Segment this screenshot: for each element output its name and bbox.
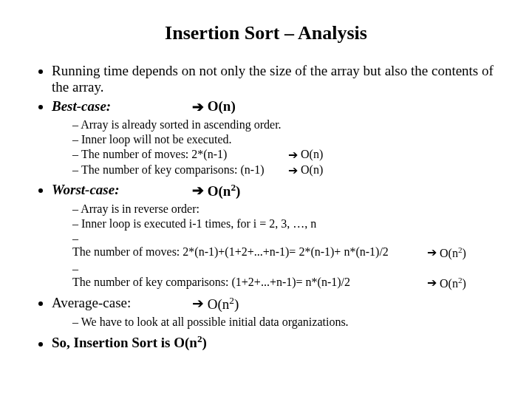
sub-item: Inner loop will not be executed. (72, 133, 510, 146)
best-case-sublist: Array is already sorted in ascending ord… (22, 118, 510, 177)
arrow-icon: ➔ (192, 182, 204, 200)
sub-item: The number of moves: 2*(n-1) ➔ O(n) (72, 148, 510, 162)
average-case-complexity: O(n2) (204, 295, 239, 313)
slide-title: Insertion Sort – Analysis (22, 22, 510, 44)
bullet-conclusion: So, Insertion Sort is O(n2) (52, 333, 510, 351)
best-case-complexity: O(n) (204, 98, 236, 115)
bullet-list: So, Insertion Sort is O(n2) (22, 333, 510, 351)
worst-case-label: Worst-case: (52, 182, 192, 200)
average-case-sublist: We have to look at all possible initial … (22, 316, 510, 329)
sub-item: Array is in reverse order: (72, 202, 510, 216)
moves-text: The number of moves: 2*(n-1)+(1+2+...+n-… (72, 245, 427, 260)
moves-complexity: O(n) (298, 148, 323, 162)
bullet-list: Average-case: ➔ O(n2) (22, 295, 510, 313)
arrow-icon: ➔ (192, 295, 204, 313)
moves-complexity: O(n2) (437, 245, 466, 260)
bullet-worst-case: Worst-case: ➔ O(n2) (52, 182, 510, 200)
arrow-icon: ➔ (427, 245, 437, 260)
bullet-list: Worst-case: ➔ O(n2) (22, 182, 510, 200)
comparisons-complexity: O(n2) (437, 276, 466, 290)
arrow-icon: ➔ (192, 98, 204, 115)
arrow-icon: ➔ (288, 163, 298, 177)
sub-item: The number of moves: 2*(n-1)+(1+2+...+n-… (72, 232, 510, 260)
best-case-label: Best-case: (52, 98, 192, 115)
worst-case-complexity: O(n2) (204, 182, 240, 200)
sub-item: The number of key comparisons: (1+2+...+… (72, 262, 510, 290)
bullet-running-time: Running time depends on not only the siz… (52, 63, 510, 95)
sub-item: We have to look at all possible initial … (72, 316, 510, 329)
bullet-average-case: Average-case: ➔ O(n2) (52, 295, 510, 313)
comparisons-text: The number of key comparisons: (n-1) (81, 163, 288, 177)
sub-item: Array is already sorted in ascending ord… (72, 118, 510, 132)
comparisons-text: The number of key comparisons: (1+2+...+… (72, 276, 427, 290)
bullet-best-case: Best-case: ➔ O(n) (52, 98, 510, 115)
moves-text: The number of moves: 2*(n-1) (81, 148, 288, 162)
bullet-list: Running time depends on not only the siz… (22, 63, 510, 115)
sub-item: Inner loop is executed i-1 times, for i … (72, 217, 510, 231)
sub-item: The number of key comparisons: (n-1) ➔ O… (72, 163, 510, 177)
comparisons-complexity: O(n) (298, 163, 323, 177)
arrow-icon: ➔ (288, 148, 298, 162)
arrow-icon: ➔ (427, 276, 437, 290)
worst-case-sublist: Array is in reverse order: Inner loop is… (22, 202, 510, 290)
average-case-label: Average-case: (52, 295, 192, 313)
